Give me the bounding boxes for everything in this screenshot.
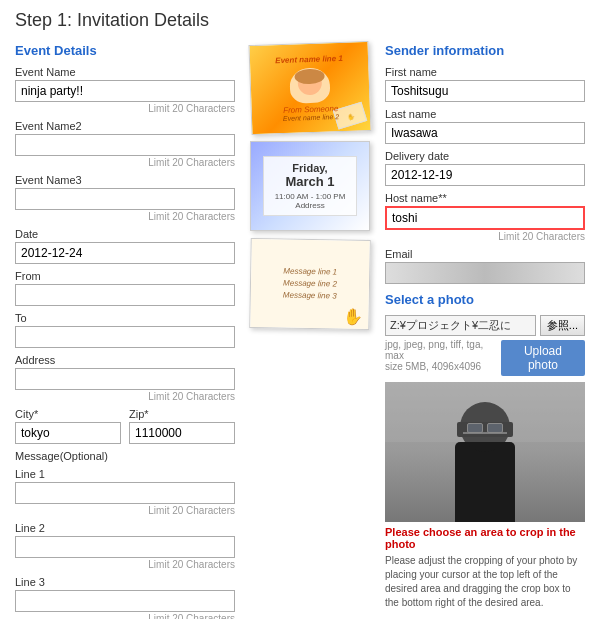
first-name-label: First name [385, 66, 585, 78]
crop-message: Please choose an area to crop in the pho… [385, 526, 585, 550]
delivery-date-input[interactable] [385, 164, 585, 186]
line3-input[interactable] [15, 590, 235, 612]
event-name3-label: Event Name3 [15, 174, 235, 186]
card3-line2: Message line 2 [283, 278, 337, 291]
line3-label: Line 3 [15, 576, 235, 588]
to-input[interactable] [15, 326, 235, 348]
card-previews: Event name line 1 From Someone Event nam… [245, 43, 375, 619]
event-name3-input[interactable] [15, 188, 235, 210]
date-input[interactable] [15, 242, 235, 264]
from-label: From [15, 270, 235, 282]
delivery-date-label: Delivery date [385, 150, 585, 162]
zip-label: Zip* [129, 408, 235, 420]
file-row: Z:¥プロジェクト¥二忍に 参照... [385, 315, 585, 336]
page-title: Step 1: Invitation Details [15, 10, 585, 31]
browse-button[interactable]: 参照... [540, 315, 585, 336]
event-name-label: Event Name [15, 66, 235, 78]
host-limit: Limit 20 Characters [385, 231, 585, 242]
card-preview-3: Message line 1 Message line 2 Message li… [249, 238, 371, 330]
line2-label: Line 2 [15, 522, 235, 534]
address-input[interactable] [15, 368, 235, 390]
event-name2-limit: Limit 20 Characters [15, 157, 235, 168]
message-label: Message(Optional) [15, 450, 235, 462]
line1-label: Line 1 [15, 468, 235, 480]
event-details-section: Event Details Event Name Limit 20 Charac… [15, 43, 235, 619]
card-preview-2: Friday, March 1 11:00 AM - 1:00 PM Addre… [250, 141, 370, 231]
email-input-blurred [385, 262, 585, 284]
city-label: City* [15, 408, 121, 420]
upload-photo-button[interactable]: Upload photo [501, 340, 585, 376]
event-name-input[interactable] [15, 80, 235, 102]
event-name3-limit: Limit 20 Characters [15, 211, 235, 222]
line1-limit: Limit 20 Characters [15, 505, 235, 516]
line2-input[interactable] [15, 536, 235, 558]
photo-hints: jpg, jpeg, png, tiff, tga, max size 5MB,… [385, 339, 493, 372]
card-preview-1: Event name line 1 From Someone Event nam… [248, 41, 371, 135]
line2-limit: Limit 20 Characters [15, 559, 235, 570]
address-label: Address [15, 354, 235, 366]
line1-input[interactable] [15, 482, 235, 504]
event-name2-input[interactable] [15, 134, 235, 156]
sender-info-section: Sender information First name Last name … [385, 43, 585, 619]
card3-line3: Message line 3 [283, 290, 337, 303]
card2-address: Address [272, 201, 348, 210]
select-photo-title: Select a photo [385, 292, 585, 307]
first-name-input[interactable] [385, 80, 585, 102]
city-input[interactable] [15, 422, 121, 444]
event-details-title: Event Details [15, 43, 235, 58]
email-label: Email [385, 248, 585, 260]
line3-limit: Limit 20 Characters [15, 613, 235, 619]
event-name-limit: Limit 20 Characters [15, 103, 235, 114]
city-zip-row: City* Zip* [15, 402, 235, 444]
crop-instructions: Please adjust the cropping of your photo… [385, 554, 585, 610]
photo-preview [385, 382, 585, 522]
card2-date: March 1 [272, 174, 348, 189]
card2-time: 11:00 AM - 1:00 PM [272, 192, 348, 201]
message-section: Message(Optional) Line 1 Limit 20 Charac… [15, 450, 235, 619]
to-label: To [15, 312, 235, 324]
from-input[interactable] [15, 284, 235, 306]
address-limit: Limit 20 Characters [15, 391, 235, 402]
host-name-label: Host name** [385, 192, 585, 204]
host-name-input[interactable] [385, 206, 585, 230]
last-name-label: Last name [385, 108, 585, 120]
date-label: Date [15, 228, 235, 240]
zip-input[interactable] [129, 422, 235, 444]
file-path-display: Z:¥プロジェクト¥二忍に [385, 315, 536, 336]
last-name-input[interactable] [385, 122, 585, 144]
select-photo-section: Select a photo Z:¥プロジェクト¥二忍に 参照... jpg, … [385, 292, 585, 619]
card3-line1: Message line 1 [283, 266, 337, 279]
event-name2-label: Event Name2 [15, 120, 235, 132]
card2-day: Friday, [272, 162, 348, 174]
sender-info-title: Sender information [385, 43, 585, 58]
upload-row: jpg, jpeg, png, tiff, tga, max size 5MB,… [385, 339, 585, 377]
